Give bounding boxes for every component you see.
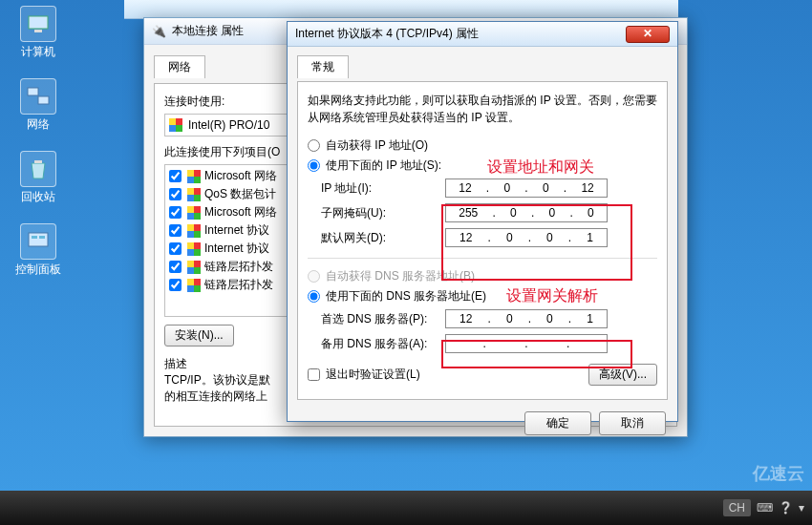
svg-rect-4 [29,233,48,246]
adapter-name: Intel(R) PRO/10 [188,118,269,132]
desktop-icon-recycle[interactable]: 回收站 [10,151,67,205]
nic-icon: 🔌 [152,25,166,38]
item-label: 链路层拓扑发 [204,259,273,275]
watermark: 亿速云 [753,462,804,485]
separator [308,258,657,259]
ime-indicator[interactable]: CH [723,499,751,516]
svg-rect-6 [39,236,45,239]
item-icon [187,261,201,274]
icon-label: 网络 [10,116,67,133]
svg-rect-5 [32,236,37,239]
desktop-icon-control-panel[interactable]: 控制面板 [10,223,67,278]
item-icon [187,188,201,201]
item-checkbox[interactable] [169,261,182,273]
close-button[interactable]: ✕ [626,26,670,43]
radio-input[interactable] [308,159,320,172]
tab-network[interactable]: 网络 [154,55,205,78]
item-icon [187,170,201,183]
gateway-label: 默认网关(D): [321,230,445,246]
item-icon [187,242,201,256]
item-checkbox[interactable] [169,188,182,200]
explorer-toolbar [124,0,678,19]
item-label: 链路层拓扑发 [204,277,273,293]
description-text: 如果网络支持此功能，则可以获取自动指派的 IP 设置。否则，您需要从网络系统管理… [308,92,657,126]
preferred-dns-input[interactable]: 12. 0. 0. 1 [445,309,608,328]
desktop-icon-network[interactable]: 网络 [10,78,67,133]
radio-input [308,270,320,283]
radio-auto-dns: 自动获得 DNS 服务器地址(B) [308,266,657,286]
item-icon [187,279,201,292]
icon-label: 计算机 [10,44,67,60]
radio-manual-dns[interactable]: 使用下面的 DNS 服务器地址(E) [308,286,657,306]
svg-rect-2 [28,88,38,95]
control-panel-icon [20,223,56,260]
gateway-row: 默认网关(D): 12. 0. 0. 1 [321,225,657,250]
item-checkbox[interactable] [169,170,182,182]
icon-label: 回收站 [10,189,67,205]
ip-address-row: IP 地址(I): 12. 0. 0. 12 [321,176,657,200]
ip-address-input[interactable]: 12. 0. 0. 12 [445,178,608,198]
adapter-icon [169,118,182,132]
radio-label: 自动获得 DNS 服务器地址(B) [326,268,475,284]
mask-label: 子网掩码(U): [321,205,445,221]
item-checkbox[interactable] [169,206,182,219]
alternate-dns-input[interactable]: . . . [445,334,608,353]
item-label: Microsoft 网络 [204,204,277,220]
subnet-mask-row: 子网掩码(U): 255. 0. 0. 0 [321,200,657,225]
item-label: Microsoft 网络 [204,168,277,184]
radio-input[interactable] [308,290,320,303]
radio-input[interactable] [308,139,320,152]
subnet-mask-input[interactable]: 255. 0. 0. 0 [445,203,608,222]
desktop-icon-computer[interactable]: 计算机 [10,6,67,60]
alternate-dns-row: 备用 DNS 服务器(A): . . . [321,331,657,356]
svg-rect-1 [34,30,42,32]
radio-label: 使用下面的 DNS 服务器地址(E) [326,288,486,304]
cancel-button[interactable]: 取消 [599,411,666,435]
recycle-bin-icon [20,151,56,187]
item-label: QoS 数据包计 [204,186,276,202]
network-icon [20,78,56,115]
ipv4-properties-window: Internet 协议版本 4 (TCP/IPv4) 属性 ✕ 常规 如果网络支… [287,21,678,422]
validate-checkbox[interactable] [308,368,320,381]
item-label: Internet 协议 [204,222,269,239]
window-title: 本地连接 属性 [172,23,244,39]
radio-label: 使用下面的 IP 地址(S): [326,158,441,174]
dns1-label: 首选 DNS 服务器(P): [321,311,445,327]
window-titlebar[interactable]: Internet 协议版本 4 (TCP/IPv4) 属性 ✕ [288,22,677,47]
item-label: Internet 协议 [204,241,269,257]
tray-chevron-icon[interactable]: ▾ [799,501,804,514]
computer-icon [20,6,56,42]
item-checkbox[interactable] [169,242,182,255]
tab-general[interactable]: 常规 [297,55,349,78]
item-checkbox[interactable] [169,224,182,237]
ok-button[interactable]: 确定 [524,411,591,435]
advanced-button[interactable]: 高级(V)... [588,364,657,386]
radio-label: 自动获得 IP 地址(O) [326,137,428,154]
item-icon [187,224,201,238]
preferred-dns-row: 首选 DNS 服务器(P): 12. 0. 0. 1 [321,306,657,331]
window-title: Internet 协议版本 4 (TCP/IPv4) 属性 [295,26,479,42]
item-icon [187,206,201,220]
tray-keyboard-icon[interactable]: ⌨ [757,501,773,514]
icon-label: 控制面板 [10,262,67,278]
tray-help-icon[interactable]: ❔ [779,501,793,514]
radio-manual-ip[interactable]: 使用下面的 IP 地址(S): [308,156,657,176]
svg-rect-0 [29,16,48,29]
item-checkbox[interactable] [169,279,182,291]
ip-label: IP 地址(I): [321,180,445,197]
gateway-input[interactable]: 12. 0. 0. 1 [445,228,608,247]
svg-rect-3 [38,96,49,104]
radio-auto-ip[interactable]: 自动获得 IP 地址(O) [308,136,657,156]
dns2-label: 备用 DNS 服务器(A): [321,336,445,352]
taskbar[interactable]: CH ⌨ ❔ ▾ [0,491,812,525]
install-button[interactable]: 安装(N)... [164,325,234,346]
validate-label: 退出时验证设置(L) [326,367,420,383]
